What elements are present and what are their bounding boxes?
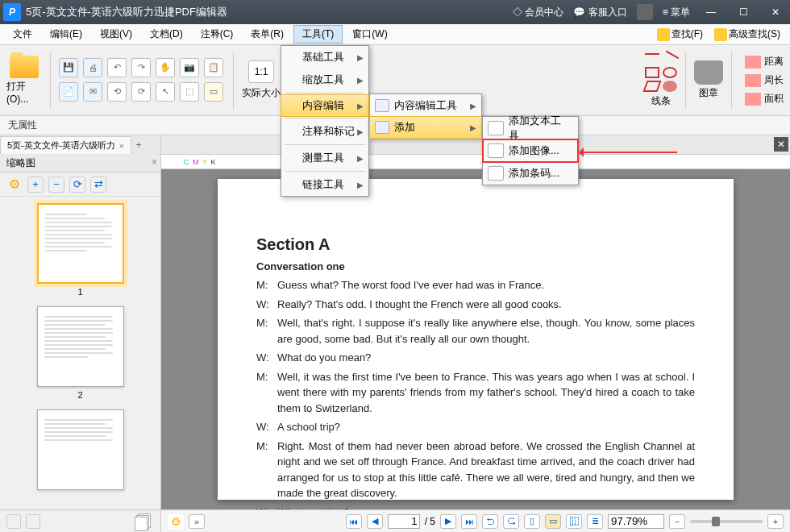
- status-gear-icon[interactable]: ⚙: [168, 514, 184, 529]
- perimeter-tool[interactable]: 周长: [745, 73, 784, 87]
- panel-close-icon[interactable]: ×: [152, 156, 157, 168]
- thumb-swap-icon[interactable]: ⇄: [90, 177, 106, 193]
- line-icon[interactable]: [645, 53, 659, 64]
- first-page-icon[interactable]: ⏮: [346, 514, 362, 529]
- find-button[interactable]: 查找(F): [652, 26, 708, 43]
- lines-group: 线条: [645, 53, 677, 108]
- menu-add[interactable]: 添加▶: [369, 116, 482, 139]
- back-icon[interactable]: ⮌: [482, 514, 498, 529]
- menu-file[interactable]: 文件: [5, 26, 40, 43]
- menu-content-edit[interactable]: 内容编辑▶: [281, 94, 369, 117]
- rotr-icon[interactable]: ⟳: [131, 82, 151, 102]
- menu-comment[interactable]: 注释(C): [193, 26, 242, 43]
- thumb-zoomin-icon[interactable]: +: [27, 177, 44, 193]
- print-icon[interactable]: 🖨: [83, 58, 102, 77]
- help-link[interactable]: 💬 客服入口: [573, 6, 626, 19]
- cont-icon[interactable]: ≣: [587, 514, 603, 529]
- status-expand-icon[interactable]: »: [189, 514, 205, 529]
- menu-link-tools[interactable]: 链接工具▶: [281, 173, 368, 196]
- sf-bookmark-icon[interactable]: [26, 514, 40, 529]
- menu-doc[interactable]: 文档(D): [142, 26, 191, 43]
- zoom-in-icon[interactable]: +: [767, 514, 784, 529]
- speaker: W:: [256, 419, 277, 435]
- menu-form[interactable]: 表单(R): [243, 26, 292, 43]
- rotl-icon[interactable]: ⟲: [107, 82, 127, 102]
- undo-icon[interactable]: ↶: [107, 58, 127, 77]
- zoom-slider[interactable]: [690, 520, 763, 523]
- prev-page-icon[interactable]: ◀: [367, 514, 383, 529]
- canvas[interactable]: Section A Conversation one M:Guess what?…: [161, 169, 790, 509]
- thumb-item[interactable]: 2: [6, 306, 154, 400]
- sf-pages-icon[interactable]: [135, 513, 154, 530]
- clipboard-icon[interactable]: 📋: [204, 58, 223, 77]
- speaker: W:: [256, 297, 277, 313]
- arrow-icon[interactable]: [661, 50, 680, 67]
- dist-icon: [745, 56, 761, 69]
- barcode-tool-icon: [488, 166, 504, 181]
- menu-edit[interactable]: 编辑(E): [42, 26, 90, 43]
- vip-link[interactable]: ◇ 会员中心: [513, 6, 563, 19]
- stamp-group[interactable]: 图章: [694, 60, 723, 100]
- saveas-icon[interactable]: 📄: [59, 82, 78, 102]
- quick-tools: 💾 🖨 ↶ ↷ ✋ 📷 📋 📄 ✉ ⟲ ⟳ ↖ ⬚ ▭: [59, 58, 225, 103]
- adv-search-icon: [714, 28, 727, 41]
- page-total: / 5: [425, 516, 435, 527]
- select-icon[interactable]: ⬚: [180, 82, 199, 102]
- next-page-icon[interactable]: ▶: [440, 514, 456, 529]
- circle-icon[interactable]: [663, 67, 677, 78]
- poly-icon[interactable]: [642, 81, 661, 92]
- menu-button[interactable]: ≡ 菜单: [663, 6, 690, 19]
- tools-menu: 基础工具▶ 缩放工具▶ 内容编辑▶ 注释和标记▶ 测量工具▶ 链接工具▶: [281, 45, 369, 197]
- hand-icon[interactable]: ✋: [156, 58, 175, 77]
- zoom-out-icon[interactable]: −: [669, 514, 685, 529]
- camera-icon[interactable]: 📷: [180, 58, 199, 77]
- minimize-button[interactable]: —: [700, 6, 722, 18]
- open-button[interactable]: 打开(O)...: [6, 56, 42, 105]
- menu-measure-tools[interactable]: 测量工具▶: [281, 147, 368, 169]
- cloud-icon[interactable]: [663, 81, 677, 92]
- doc-tab[interactable]: 5页-英文文件-英语六级听力×: [0, 136, 131, 154]
- advfind-button[interactable]: 高级查找(S): [709, 26, 785, 43]
- actual-size[interactable]: 1:1 实际大小: [242, 60, 281, 100]
- tab-add[interactable]: +: [131, 139, 146, 151]
- last-page-icon[interactable]: ⏭: [461, 514, 477, 529]
- menu-add-image[interactable]: 添加图像...: [483, 139, 578, 162]
- main-close-icon[interactable]: ✕: [774, 137, 788, 152]
- thumb-zoomout-icon[interactable]: −: [48, 177, 64, 193]
- thumb-gear-icon[interactable]: ⚙: [6, 177, 23, 193]
- tab-close-icon[interactable]: ×: [118, 141, 123, 151]
- menu-zoom-tools[interactable]: 缩放工具▶: [281, 69, 368, 91]
- thumb-rotate-icon[interactable]: ⟳: [69, 177, 85, 193]
- menu-add-text[interactable]: 添加文本工具: [483, 117, 578, 139]
- two-page-icon[interactable]: ⿲: [566, 514, 582, 529]
- mail-icon[interactable]: ✉: [83, 82, 102, 102]
- rect-icon[interactable]: [645, 67, 659, 78]
- highlight-icon[interactable]: ▭: [204, 82, 223, 102]
- menu-basic-tools[interactable]: 基础工具▶: [281, 46, 368, 69]
- area-tool[interactable]: 面积: [745, 92, 784, 106]
- distance-tool[interactable]: 距离: [745, 55, 784, 69]
- maximize-button[interactable]: ☐: [732, 6, 755, 18]
- avatar[interactable]: [637, 4, 653, 20]
- cursor-icon[interactable]: ↖: [156, 82, 175, 102]
- close-button[interactable]: ✕: [764, 6, 787, 18]
- fit-page-icon[interactable]: ▯: [524, 514, 540, 529]
- sf-thumb-icon[interactable]: [6, 514, 21, 529]
- main-area: ✕ C M Y K Section A Conversation one M:G…: [161, 135, 790, 532]
- menu-window[interactable]: 窗口(W): [344, 26, 395, 43]
- add-icon: [375, 121, 389, 134]
- thumb-item[interactable]: [6, 409, 154, 490]
- fit-width-icon[interactable]: ▭: [545, 514, 561, 529]
- menu-tool[interactable]: 工具(T): [293, 25, 343, 44]
- thumb-item[interactable]: 1: [6, 203, 154, 297]
- zoom-select[interactable]: [608, 514, 664, 529]
- save-icon[interactable]: 💾: [59, 58, 78, 77]
- menu-add-barcode[interactable]: 添加条码...: [483, 162, 578, 185]
- page-input[interactable]: [388, 514, 420, 529]
- redo-icon[interactable]: ↷: [131, 58, 151, 77]
- menu-content-tools[interactable]: ✔内容编辑工具▶: [370, 94, 481, 117]
- fwd-icon[interactable]: ⮎: [503, 514, 519, 529]
- menu-annot-tools[interactable]: 注释和标记▶: [281, 120, 368, 143]
- search-icon: [657, 28, 670, 41]
- menu-view[interactable]: 视图(V): [92, 26, 140, 43]
